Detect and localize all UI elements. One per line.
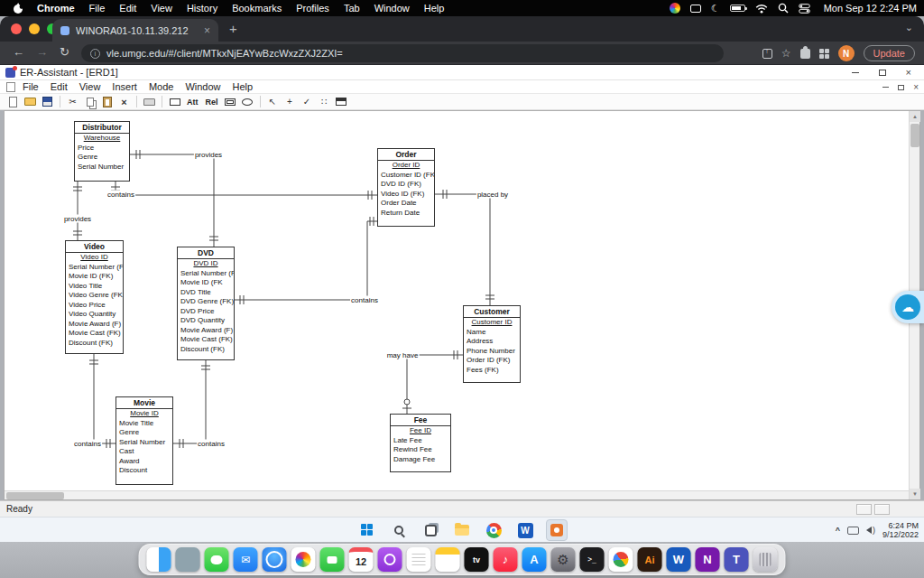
start-icon[interactable] xyxy=(356,519,378,541)
mdi-minimize-icon[interactable] xyxy=(882,87,889,88)
maximize-icon[interactable] xyxy=(879,70,886,76)
relationship-label-placed-by[interactable]: placed by xyxy=(476,191,509,199)
share-icon[interactable] xyxy=(762,49,772,59)
relationship-label-contains-2[interactable]: contains xyxy=(350,296,379,304)
profile-avatar[interactable]: N xyxy=(838,45,855,61)
er-menu-edit[interactable]: Edit xyxy=(51,81,68,92)
window-tool-icon[interactable] xyxy=(334,95,349,109)
menubar-item-edit[interactable]: Edit xyxy=(119,3,136,14)
erd-canvas[interactable]: provides contains provides placed by con… xyxy=(4,110,920,500)
dock-photos-icon[interactable] xyxy=(291,547,316,572)
spotlight-search-icon[interactable] xyxy=(778,3,789,14)
menubar-item-history[interactable]: History xyxy=(187,3,217,14)
select-tool-icon[interactable]: ↖ xyxy=(265,95,281,109)
menubar-item-file[interactable]: File xyxy=(89,3,106,14)
menubar-app-name[interactable]: Chrome xyxy=(37,3,75,14)
relation-tool-button[interactable]: Rel xyxy=(203,95,221,109)
relationship-label-contains-1[interactable]: contains xyxy=(106,191,135,199)
tab-close-icon[interactable]: × xyxy=(204,24,210,37)
minimize-icon[interactable] xyxy=(852,72,859,73)
dock-trash-icon[interactable] xyxy=(753,547,778,572)
dock-illustrator-icon[interactable] xyxy=(638,547,662,572)
control-center-icon[interactable] xyxy=(799,4,810,14)
paste-icon[interactable] xyxy=(99,95,115,109)
dock-music-icon[interactable] xyxy=(494,547,518,572)
oval-tool-icon[interactable] xyxy=(240,95,255,109)
battery-icon[interactable] xyxy=(730,5,745,12)
dock-launchpad-icon[interactable] xyxy=(176,547,200,572)
relationship-label-may-have[interactable]: may have xyxy=(386,351,420,359)
forward-icon[interactable]: → xyxy=(36,45,48,59)
dock-facetime-icon[interactable] xyxy=(320,547,345,572)
colorful-app-icon[interactable] xyxy=(670,3,680,14)
address-bar[interactable]: i vle.umgc.edu/#/client/MTkxNjEAYwBzcWxz… xyxy=(81,44,724,62)
close-window-button[interactable] xyxy=(11,23,22,34)
er-menu-window[interactable]: Window xyxy=(185,81,220,92)
dock-tv-icon[interactable] xyxy=(465,547,489,572)
task-view-icon[interactable] xyxy=(420,519,441,541)
mdi-close-icon[interactable]: × xyxy=(913,82,919,92)
er-menu-help[interactable]: Help xyxy=(233,81,254,92)
weak-entity-tool-icon[interactable] xyxy=(223,95,238,109)
new-tab-button[interactable]: + xyxy=(229,21,237,36)
dock-mail-icon[interactable] xyxy=(234,547,258,572)
entity-fee[interactable]: Fee Fee ID Late Fee Rewind Fee Damage Fe… xyxy=(390,414,451,472)
entity-movie[interactable]: Movie Movie ID Movie Title Genre Serial … xyxy=(116,396,173,485)
entity-tool-icon[interactable] xyxy=(167,95,182,109)
save-icon[interactable] xyxy=(40,95,55,109)
copy-icon[interactable] xyxy=(82,95,97,109)
profiles-grid-icon[interactable] xyxy=(819,49,829,59)
site-info-icon[interactable]: i xyxy=(90,49,100,59)
entity-video[interactable]: Video Video ID Serial Number (F Movie ID… xyxy=(65,240,124,354)
er-menu-insert[interactable]: Insert xyxy=(112,81,137,92)
relationship-label-contains-3[interactable]: contains xyxy=(73,440,102,448)
dock-teams-icon[interactable] xyxy=(725,547,749,572)
entity-order[interactable]: Order Order ID Customer ID (FK DVD ID (F… xyxy=(377,148,435,227)
entity-distributor[interactable]: Distributor Warehouse Price Genre Serial… xyxy=(74,121,130,182)
dock-system-settings-icon[interactable] xyxy=(551,547,576,572)
menubar-item-profiles[interactable]: Profiles xyxy=(296,3,329,14)
er-menu-view[interactable]: View xyxy=(79,81,101,92)
minimize-window-button[interactable] xyxy=(29,23,40,34)
taskbar-er-assistant-icon[interactable] xyxy=(546,519,568,541)
dock-notes-icon[interactable] xyxy=(436,547,460,572)
scroll-down-icon[interactable]: ▼ xyxy=(910,489,920,499)
menubar-item-tab[interactable]: Tab xyxy=(344,3,360,14)
dock-calendar-icon[interactable]: 12 xyxy=(349,547,374,572)
canvas-horizontal-scrollbar[interactable] xyxy=(5,490,909,499)
dock-word-icon[interactable] xyxy=(667,547,691,572)
back-icon[interactable]: ← xyxy=(13,45,24,59)
reload-icon[interactable]: ↻ xyxy=(60,45,69,59)
taskbar-chrome-icon[interactable] xyxy=(483,519,504,541)
dock-safari-icon[interactable] xyxy=(263,547,287,572)
menubar-clock[interactable]: Mon Sep 12 2:24 PM xyxy=(824,3,917,14)
wifi-icon[interactable] xyxy=(755,4,768,14)
grid-tool-icon[interactable]: ∷ xyxy=(317,95,332,109)
tray-speaker-icon[interactable]: ) xyxy=(866,526,875,535)
remote-session-menu-button[interactable]: ☁ xyxy=(892,291,924,323)
taskbar-word-icon[interactable]: W xyxy=(514,519,536,541)
open-folder-icon[interactable] xyxy=(23,95,38,109)
menubar-item-view[interactable]: View xyxy=(151,3,172,14)
mdi-restore-icon[interactable] xyxy=(898,85,904,90)
cut-icon[interactable]: ✂ xyxy=(65,95,80,109)
dock-podcasts-icon[interactable] xyxy=(378,547,402,572)
do-not-disturb-moon-icon[interactable]: ☾ xyxy=(711,4,720,14)
entity-customer[interactable]: Customer Customer ID Name Address Phone … xyxy=(463,305,521,383)
delete-icon[interactable]: × xyxy=(116,95,132,109)
tray-chevron-up-icon[interactable]: ^ xyxy=(836,526,840,535)
er-menu-file[interactable]: File xyxy=(23,81,39,92)
display-icon[interactable] xyxy=(690,5,701,13)
tab-search-chevron-icon[interactable]: ⌄ xyxy=(905,22,913,33)
close-icon[interactable]: × xyxy=(906,68,911,78)
horizontal-scroll-thumb[interactable] xyxy=(6,492,64,499)
entity-dvd[interactable]: DVD DVD ID Serial Number (F Movie ID (FK… xyxy=(177,247,235,360)
dock-app-store-icon[interactable] xyxy=(522,547,547,572)
tray-keyboard-icon[interactable] xyxy=(847,527,859,535)
dock-onenote-icon[interactable] xyxy=(696,547,720,572)
update-button[interactable]: Update xyxy=(864,45,915,61)
menubar-item-bookmarks[interactable]: Bookmarks xyxy=(232,3,282,14)
relationship-label-provides-2[interactable]: provides xyxy=(63,215,92,223)
taskbar-search-icon[interactable] xyxy=(388,519,410,541)
apple-menu-icon[interactable] xyxy=(13,3,23,14)
